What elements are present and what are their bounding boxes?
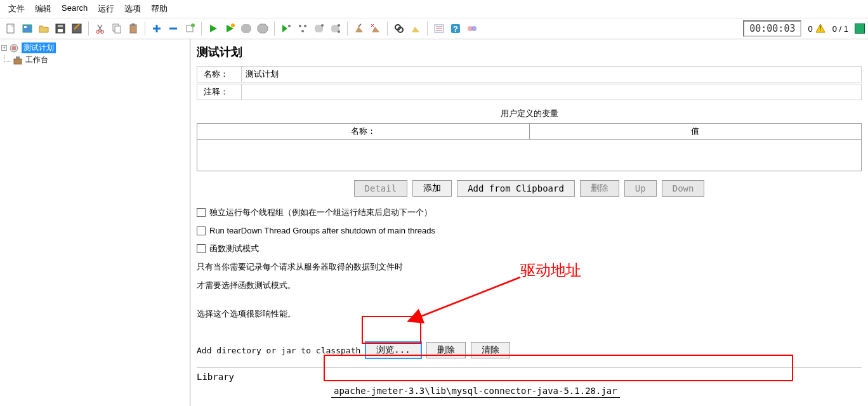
vars-col-name: 名称： xyxy=(197,124,530,139)
vars-table-header: 名称： 值 xyxy=(197,123,862,140)
start-notimers-icon[interactable] xyxy=(222,21,237,36)
content-panel: 测试计划 名称： 注释： 用户定义的变量 名称： 值 Detail 添加 Add… xyxy=(190,39,868,406)
svg-point-17 xyxy=(191,23,195,27)
browse-button[interactable]: 浏览... xyxy=(365,342,421,358)
warning-icon: ! xyxy=(815,23,826,34)
help-icon[interactable]: ? xyxy=(448,21,463,36)
down-button[interactable]: Down xyxy=(662,180,705,197)
warn-count: 0 ! xyxy=(808,23,825,34)
delete-jar-button[interactable]: 删除 xyxy=(426,342,466,358)
status-indicator xyxy=(855,23,865,34)
teardown-checkbox[interactable] xyxy=(197,226,206,235)
teardown-label: Run tearDown Thread Groups after shutdow… xyxy=(209,226,435,235)
svg-point-35 xyxy=(471,26,477,31)
collapse-icon[interactable] xyxy=(166,21,181,36)
svg-rect-0 xyxy=(7,24,14,33)
comment-label: 注释： xyxy=(197,84,242,100)
library-path[interactable]: apache-jmeter-3.3\lib\mysql-connector-ja… xyxy=(331,384,620,398)
plugins-icon[interactable] xyxy=(464,21,480,36)
menu-bar: 文件 编辑 Search 运行 选项 帮助 xyxy=(0,0,868,18)
new-icon[interactable] xyxy=(3,21,18,36)
svg-point-22 xyxy=(301,30,304,32)
tree-workbench[interactable]: 工作台 xyxy=(1,54,188,66)
func-mode-label: 函数测试模式 xyxy=(209,243,259,254)
clear-icon[interactable] xyxy=(352,21,367,36)
delete-button[interactable]: 删除 xyxy=(580,180,619,197)
menu-help[interactable]: 帮助 xyxy=(146,2,173,16)
svg-point-23 xyxy=(321,24,324,27)
paste-icon[interactable] xyxy=(126,21,141,36)
svg-point-25 xyxy=(338,30,340,33)
remote-start-all-icon[interactable] xyxy=(295,21,310,36)
svg-rect-4 xyxy=(58,29,63,32)
svg-rect-38 xyxy=(14,59,22,64)
tree-panel: + 测试计划 工作台 xyxy=(0,39,190,406)
svg-point-24 xyxy=(338,24,340,27)
func-mode-checkbox[interactable] xyxy=(197,244,206,253)
tree-label: 测试计划 xyxy=(22,43,56,53)
menu-edit[interactable]: 编辑 xyxy=(30,2,56,16)
vars-col-value: 值 xyxy=(530,124,862,139)
svg-rect-1 xyxy=(23,25,32,32)
save-icon[interactable] xyxy=(53,21,68,36)
svg-text:!: ! xyxy=(819,25,821,32)
menu-run[interactable]: 运行 xyxy=(93,2,119,16)
expand-icon[interactable]: + xyxy=(1,45,7,51)
classpath-label: Add directory or jar to classpath xyxy=(197,346,360,355)
svg-rect-12 xyxy=(131,23,135,26)
detail-button[interactable]: Detail xyxy=(354,180,408,197)
clear-all-icon[interactable] xyxy=(368,21,383,36)
svg-point-21 xyxy=(304,25,306,27)
svg-rect-5 xyxy=(58,25,63,27)
svg-rect-2 xyxy=(24,26,27,28)
stop-icon[interactable] xyxy=(239,21,254,36)
elapsed-timer: 00:00:03 xyxy=(743,20,801,37)
menu-options[interactable]: 选项 xyxy=(119,2,146,16)
expand-icon[interactable] xyxy=(149,21,164,36)
start-icon[interactable] xyxy=(206,21,221,36)
svg-rect-39 xyxy=(16,56,20,59)
page-title: 测试计划 xyxy=(197,44,862,60)
cut-icon[interactable] xyxy=(93,21,108,36)
reset-search-icon[interactable] xyxy=(408,21,423,36)
remote-start-icon[interactable] xyxy=(279,21,294,36)
open-icon[interactable] xyxy=(36,21,51,36)
templates-icon[interactable] xyxy=(20,21,35,36)
toggle-icon[interactable] xyxy=(182,21,197,36)
save-as-icon[interactable] xyxy=(69,21,84,36)
clear-jar-button[interactable]: 清除 xyxy=(471,342,510,358)
tree-test-plan[interactable]: + 测试计划 xyxy=(1,42,188,54)
library-header: Library xyxy=(197,372,862,384)
annotation-label: 驱动地址 xyxy=(520,260,581,280)
remote-shutdown-icon[interactable] xyxy=(328,21,343,36)
independent-label: 独立运行每个线程组（例如在一个组运行结束后启动下一个） xyxy=(209,207,432,218)
add-clipboard-button[interactable]: Add from Clipboard xyxy=(457,180,575,197)
svg-rect-10 xyxy=(115,26,121,33)
vars-table-body[interactable] xyxy=(197,140,862,171)
toolbar: ? 00:00:03 0 ! 0 / 1 xyxy=(0,18,868,39)
name-input[interactable] xyxy=(242,67,861,82)
function-helper-icon[interactable] xyxy=(431,21,447,36)
remote-stop-icon[interactable] xyxy=(312,21,327,36)
svg-text:?: ? xyxy=(453,24,458,34)
search-icon[interactable] xyxy=(391,21,407,36)
copy-icon[interactable] xyxy=(109,21,124,36)
menu-search[interactable]: Search xyxy=(56,2,93,16)
independent-checkbox[interactable] xyxy=(197,208,206,217)
svg-point-20 xyxy=(299,25,301,27)
up-button[interactable]: Up xyxy=(624,180,657,197)
tree-label: 工作台 xyxy=(25,55,48,65)
svg-point-18 xyxy=(231,23,235,27)
shutdown-icon[interactable] xyxy=(255,21,270,36)
menu-file[interactable]: 文件 xyxy=(3,2,30,16)
comment-input[interactable] xyxy=(242,84,861,100)
name-label: 名称： xyxy=(197,67,242,82)
svg-rect-6 xyxy=(72,24,81,33)
svg-point-19 xyxy=(288,25,291,27)
thread-count: 0 / 1 xyxy=(832,24,848,34)
add-button[interactable]: 添加 xyxy=(412,180,452,197)
note-line-3: 选择这个选项很影响性能。 xyxy=(197,305,862,324)
vars-section-title: 用户定义的变量 xyxy=(197,102,862,123)
